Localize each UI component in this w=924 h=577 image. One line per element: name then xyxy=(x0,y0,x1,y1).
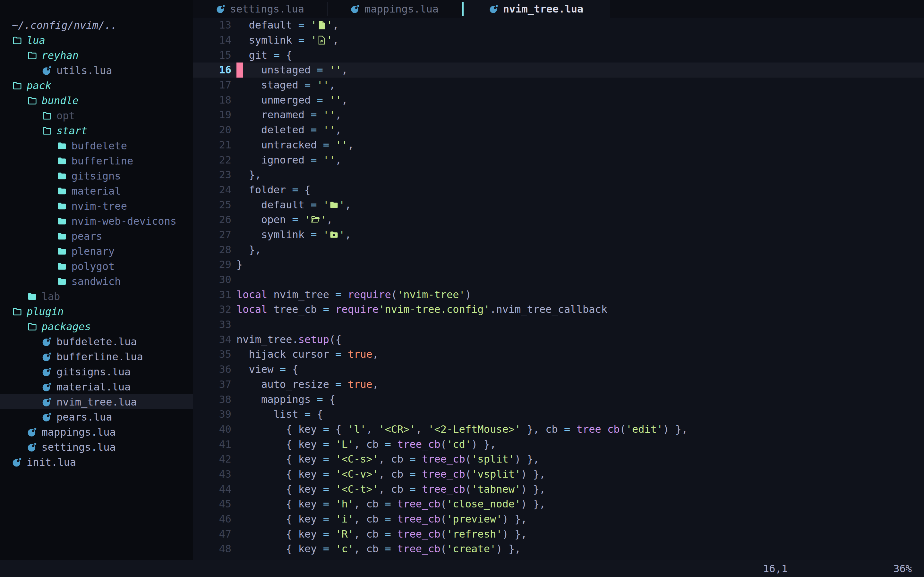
tree-item-bundle[interactable]: bundle xyxy=(0,93,193,108)
tree-item-gitsigns[interactable]: gitsigns xyxy=(0,168,193,183)
tree-item-init.lua[interactable]: init.lua xyxy=(0,455,193,470)
line-number: 21 xyxy=(193,139,231,151)
line-text: untracked = '', xyxy=(236,139,354,151)
code-line-23[interactable]: 23 }, xyxy=(193,167,924,182)
code-line-35[interactable]: 35 hijack_cursor = true, xyxy=(193,347,924,362)
tree-item-label: material xyxy=(71,185,121,197)
tree-item-mappings.lua[interactable]: mappings.lua xyxy=(0,424,193,440)
line-number: 18 xyxy=(193,94,231,106)
line-number: 48 xyxy=(193,543,231,555)
code-line-39[interactable]: 39 list = { xyxy=(193,407,924,422)
line-text: folder = { xyxy=(236,184,310,196)
code-line-21[interactable]: 21 untracked = '', xyxy=(193,137,924,153)
scroll-percent: 36% xyxy=(893,562,912,575)
tree-item-gitsigns.lua[interactable]: gitsigns.lua xyxy=(0,364,193,379)
line-number: 34 xyxy=(193,334,231,346)
code-line-47[interactable]: 47 { key = 'R', cb = tree_cb('refresh') … xyxy=(193,526,924,542)
line-number: 42 xyxy=(193,453,231,465)
tab-nvim_tree.lua[interactable]: nvim_tree.lua xyxy=(462,0,610,18)
code-line-32[interactable]: 32local tree_cb = require'nvim-tree.conf… xyxy=(193,302,924,317)
code-line-30[interactable]: 30 xyxy=(193,272,924,287)
code-line-46[interactable]: 46 { key = 'i', cb = tree_cb('preview') … xyxy=(193,512,924,527)
code-line-29[interactable]: 29} xyxy=(193,257,924,272)
tree-item-pears.lua[interactable]: pears.lua xyxy=(0,409,193,424)
code-line-42[interactable]: 42 { key = '<C-s>', cb = tree_cb('split'… xyxy=(193,452,924,467)
code-line-40[interactable]: 40 { key = { 'l', '<CR>', '<2-LeftMouse>… xyxy=(193,422,924,437)
tree-item-utils.lua[interactable]: utils.lua xyxy=(0,63,193,78)
folder-outline-icon xyxy=(27,50,37,61)
tree-item-plugin[interactable]: plugin xyxy=(0,304,193,319)
tree-item-reyhan[interactable]: reyhan xyxy=(0,48,193,63)
code-line-33[interactable]: 33 xyxy=(193,317,924,332)
tree-item-nvim-web-devicons[interactable]: nvim-web-devicons xyxy=(0,213,193,229)
tree-item-label: bundle xyxy=(42,95,79,107)
folder-open-icon xyxy=(310,214,320,225)
tab-settings.lua[interactable]: settings.lua xyxy=(193,0,327,18)
code-line-37[interactable]: 37 auto_resize = true, xyxy=(193,377,924,392)
tree-item-bufdelete[interactable]: bufdelete xyxy=(0,138,193,153)
line-text: hijack_cursor = true, xyxy=(236,348,379,360)
tree-item-label: utils.lua xyxy=(57,64,112,77)
folder-filled-icon xyxy=(57,276,67,287)
tab-mappings.lua[interactable]: mappings.lua xyxy=(327,0,462,18)
line-number: 46 xyxy=(193,513,231,525)
line-number: 16 xyxy=(193,64,231,76)
tree-item-polygot[interactable]: polygot xyxy=(0,259,193,274)
tree-item-bufdelete.lua[interactable]: bufdelete.lua xyxy=(0,334,193,349)
tab-label: nvim_tree.lua xyxy=(503,3,583,15)
code-line-13[interactable]: 13 default = '', xyxy=(193,18,924,33)
line-text: { key = 'i', cb = tree_cb('preview') }, xyxy=(236,513,527,525)
code-line-19[interactable]: 19 renamed = '', xyxy=(193,107,924,122)
line-text: { key = '<C-t>', cb = tree_cb('tabnew') … xyxy=(236,483,545,495)
code-line-43[interactable]: 43 { key = '<C-v>', cb = tree_cb('vsplit… xyxy=(193,467,924,482)
tree-item-lab[interactable]: lab xyxy=(0,289,193,304)
tree-item-pack[interactable]: pack xyxy=(0,78,193,93)
tree-item-plenary[interactable]: plenary xyxy=(0,243,193,259)
folder-filled-icon xyxy=(57,201,67,211)
tree-item-material.lua[interactable]: material.lua xyxy=(0,379,193,394)
code-line-17[interactable]: 17 staged = '', xyxy=(193,77,924,93)
line-number: 17 xyxy=(193,79,231,91)
code-line-34[interactable]: 34nvim_tree.setup({ xyxy=(193,332,924,347)
code-line-25[interactable]: 25 default = '', xyxy=(193,197,924,212)
tree-item-bufferline[interactable]: bufferline xyxy=(0,153,193,168)
code-line-41[interactable]: 41 { key = 'L', cb = tree_cb('cd') }, xyxy=(193,437,924,452)
buffer-tabbar: settings.luamappings.luanvim_tree.lua xyxy=(193,0,924,18)
code-editor[interactable]: 13 default = '',14 symlink = '',15 git =… xyxy=(193,18,924,560)
code-line-20[interactable]: 20 deleted = '', xyxy=(193,122,924,137)
code-line-31[interactable]: 31local nvim_tree = require('nvim-tree') xyxy=(193,287,924,302)
code-line-44[interactable]: 44 { key = '<C-t>', cb = tree_cb('tabnew… xyxy=(193,482,924,496)
tree-item-opt[interactable]: opt xyxy=(0,108,193,123)
code-line-48[interactable]: 48 { key = 'c', cb = tree_cb('create') }… xyxy=(193,542,924,556)
code-line-14[interactable]: 14 symlink = '', xyxy=(193,33,924,48)
tree-item-label: init.lua xyxy=(27,456,76,468)
tree-item-nvim_tree.lua[interactable]: nvim_tree.lua xyxy=(0,394,193,409)
tree-item-packages[interactable]: packages xyxy=(0,319,193,334)
code-line-26[interactable]: 26 open = '', xyxy=(193,212,924,227)
tree-item-start[interactable]: start xyxy=(0,123,193,138)
tree-item-sandwich[interactable]: sandwich xyxy=(0,274,193,289)
tree-item-material[interactable]: material xyxy=(0,183,193,198)
code-line-36[interactable]: 36 view = { xyxy=(193,362,924,377)
code-line-24[interactable]: 24 folder = { xyxy=(193,182,924,197)
code-line-28[interactable]: 28 }, xyxy=(193,242,924,257)
code-line-16[interactable]: 16 unstaged = '', xyxy=(193,63,924,77)
tree-item-pears[interactable]: pears xyxy=(0,229,193,243)
code-line-22[interactable]: 22 ignored = '', xyxy=(193,152,924,167)
tree-item-bufferline.lua[interactable]: bufferline.lua xyxy=(0,349,193,364)
folder-outline-icon xyxy=(12,306,22,317)
tree-item-~.confignvim..[interactable]: ~/.config/nvim/.. xyxy=(0,18,193,33)
code-line-27[interactable]: 27 symlink = '', xyxy=(193,227,924,242)
line-text: local tree_cb = require'nvim-tree.config… xyxy=(236,303,607,316)
code-line-18[interactable]: 18 unmerged = '', xyxy=(193,92,924,107)
tree-item-nvim-tree[interactable]: nvim-tree xyxy=(0,198,193,213)
tree-item-label: nvim-tree xyxy=(71,200,127,212)
lua-icon xyxy=(42,65,52,76)
code-line-15[interactable]: 15 git = { xyxy=(193,47,924,63)
code-line-38[interactable]: 38 mappings = { xyxy=(193,392,924,407)
tree-item-lua[interactable]: lua xyxy=(0,33,193,48)
code-line-45[interactable]: 45 { key = 'h', cb = tree_cb('close_node… xyxy=(193,496,924,512)
tree-item-settings.lua[interactable]: settings.lua xyxy=(0,440,193,455)
line-number: 31 xyxy=(193,288,231,301)
line-text: symlink = '', xyxy=(236,229,351,241)
